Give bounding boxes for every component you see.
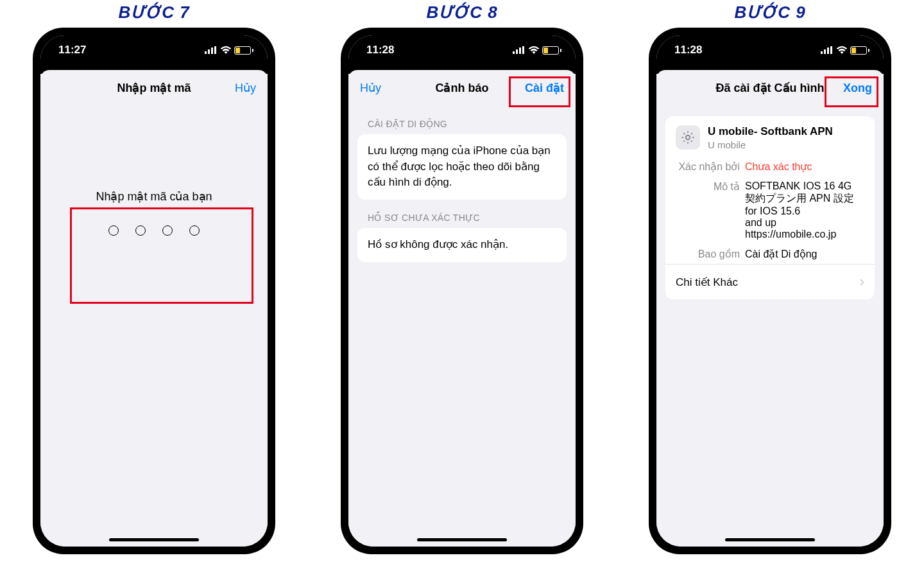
nav-bar: Hủy Cảnh báo Cài đặt [348,70,576,106]
description-value: SOFTBANK IOS 16 4G 契約プラン用 APN 設定 for IOS… [745,180,864,240]
cellular-warning-text: Lưu lượng mạng của iPhone của bạn có thể… [357,134,567,200]
wifi-icon [220,46,232,55]
status-time: 11:28 [674,44,702,57]
battery-icon [234,46,253,55]
signal-icon [513,46,526,54]
passcode-dot [189,225,200,236]
gear-icon [676,125,700,150]
install-button[interactable]: Cài đặt [525,81,564,95]
battery-icon [542,46,561,55]
phone-frame-7: 11:27 [33,28,275,554]
svg-rect-10 [827,48,829,54]
status-bar: 11:27 [40,35,268,65]
contains-label: Bao gồm [676,248,745,260]
step-7-label: BƯỚC 7 [118,3,189,22]
contains-value: Cài đặt Di động [745,248,864,260]
profile-publisher: U mobile [708,139,833,150]
phone-frame-9: 11:28 Đã cài đặt Cấu hình Xong [649,28,891,554]
description-label: Mô tả [676,180,745,240]
svg-rect-8 [821,51,823,54]
step-8-label: BƯỚC 8 [426,3,497,22]
svg-rect-6 [519,48,521,54]
cancel-button[interactable]: Hủy [360,81,381,95]
more-details-row[interactable]: Chi tiết Khác › [665,264,875,299]
unverified-warning-text: Hồ sơ không được xác nhận. [357,228,567,262]
signed-by-label: Xác nhận bởi [676,161,745,173]
status-time: 11:27 [58,44,86,57]
passcode-prompt: Nhập mật mã của bạn [49,189,259,204]
profile-card: U mobile- Softbank APN U mobile Xác nhận… [665,116,875,299]
svg-rect-3 [214,46,216,54]
chevron-right-icon: › [860,274,864,290]
svg-rect-5 [516,49,518,54]
group-header-unverified: HỒ SƠ CHƯA XÁC THỰC [357,200,567,228]
signal-icon [821,46,834,54]
signal-icon [205,46,218,54]
home-indicator[interactable] [725,538,815,541]
svg-rect-2 [211,48,213,54]
signed-by-value: Chưa xác thực [745,161,864,173]
more-details-label: Chi tiết Khác [676,276,738,289]
passcode-dot [162,225,173,236]
group-header-cellular: CÀI ĐẶT DI ĐỘNG [357,106,567,134]
battery-icon [850,46,869,55]
svg-rect-4 [513,51,515,54]
svg-point-12 [686,136,690,139]
status-bar: 11:28 [656,35,884,65]
home-indicator[interactable] [109,538,199,541]
done-button[interactable]: Xong [843,82,872,95]
wifi-icon [836,46,848,55]
profile-title: U mobile- Softbank APN [708,125,833,138]
svg-rect-9 [824,49,826,54]
nav-bar: Đã cài đặt Cấu hình Xong [656,70,884,106]
status-bar: 11:28 [348,35,576,65]
svg-rect-0 [205,51,207,54]
phone-frame-8: 11:28 Hủy Cảnh báo Cài đặt CÀI [341,28,583,554]
svg-rect-11 [830,46,832,54]
passcode-dot [135,225,146,236]
status-time: 11:28 [366,44,394,57]
step-9-label: BƯỚC 9 [734,3,805,22]
nav-bar: Nhập mật mã Hủy [40,70,268,106]
home-indicator[interactable] [417,538,507,541]
passcode-dots[interactable] [49,225,259,236]
svg-rect-1 [208,49,210,54]
cancel-button[interactable]: Hủy [235,81,256,95]
wifi-icon [528,46,540,55]
svg-rect-7 [522,46,524,54]
passcode-dot [108,225,119,236]
